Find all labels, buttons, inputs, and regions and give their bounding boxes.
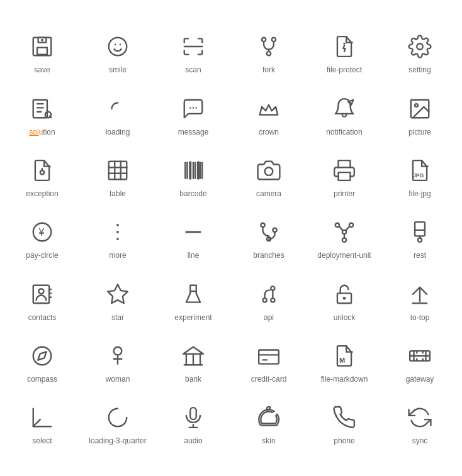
icon-barcode[interactable]: barcode [155, 145, 231, 207]
icon-star[interactable]: star [80, 269, 155, 331]
icon-audio[interactable]: audio [155, 392, 231, 454]
svg-point-6 [120, 44, 121, 46]
icon-skin[interactable]: skin [231, 392, 307, 454]
icon-barcode-label: barcode [179, 189, 206, 198]
icon-line-label: line [188, 251, 200, 260]
icon-deployment-unit[interactable]: deployment-unit [307, 207, 382, 268]
icon-loading[interactable]: loading [80, 84, 155, 145]
icon-phone-label: phone [334, 436, 354, 445]
icon-phone[interactable]: phone [307, 392, 382, 454]
icon-bank-label: bank [185, 375, 201, 384]
icon-exception[interactable]: exception [4, 145, 80, 207]
icon-gateway-label: gateway [406, 375, 434, 384]
icon-select-label: select [32, 436, 52, 445]
icon-smile-label: smile [109, 65, 127, 74]
svg-point-13 [417, 43, 423, 50]
icon-api[interactable]: api [231, 269, 307, 331]
icon-file-markdown[interactable]: M file-markdown [307, 331, 382, 392]
svg-text:M: M [339, 357, 345, 364]
icon-message[interactable]: message [155, 84, 231, 145]
svg-point-12 [343, 43, 345, 45]
icon-compass-label: compass [27, 375, 57, 384]
icon-star-label: star [111, 313, 124, 322]
icon-setting[interactable]: setting [382, 21, 458, 83]
icon-picture[interactable]: picture [382, 84, 458, 145]
icon-picture-label: picture [408, 128, 431, 136]
svg-point-18 [195, 107, 197, 109]
icon-gateway[interactable]: gateway [382, 331, 458, 392]
icon-credit-card[interactable]: credit-card [231, 331, 307, 392]
svg-text:JPG: JPG [413, 172, 424, 179]
icon-solution[interactable]: solution [4, 84, 80, 145]
icon-sync[interactable]: sync [382, 392, 458, 454]
icon-printer-label: printer [334, 189, 355, 198]
icon-scan[interactable]: scan [155, 21, 231, 83]
icon-crown-label: crown [259, 128, 279, 136]
icon-select[interactable]: select [4, 392, 80, 454]
icon-compass[interactable]: compass [4, 331, 80, 392]
svg-point-43 [116, 231, 119, 233]
icon-notification[interactable]: notification [307, 84, 382, 145]
icon-loading-3-quarter-label: loading-3-quarter [89, 436, 146, 445]
icon-to-top-label: to-top [410, 313, 430, 322]
icon-woman-label: woman [106, 375, 130, 384]
icon-line[interactable]: line [155, 207, 231, 268]
icon-more[interactable]: more [80, 207, 155, 268]
icon-smile[interactable]: smile [80, 21, 155, 83]
svg-marker-64 [108, 284, 128, 303]
icon-branches[interactable]: branches [231, 207, 307, 268]
icon-save-label: save [34, 65, 50, 74]
icon-sync-label: sync [412, 436, 428, 445]
icon-loading-label: loading [106, 128, 130, 136]
icon-file-markdown-label: file-markdown [321, 375, 368, 384]
svg-point-4 [109, 38, 127, 56]
svg-point-37 [265, 167, 273, 175]
icon-fork-label: fork [262, 65, 275, 74]
icon-camera[interactable]: camera [231, 145, 307, 207]
svg-point-71 [343, 297, 346, 300]
icon-contacts[interactable]: contacts [4, 269, 80, 331]
svg-point-60 [38, 289, 43, 294]
svg-point-74 [33, 347, 52, 365]
svg-point-22 [40, 170, 44, 174]
svg-rect-2 [37, 48, 47, 55]
svg-point-5 [115, 44, 116, 46]
icon-printer[interactable]: printer [307, 145, 382, 207]
svg-point-3 [42, 40, 43, 41]
svg-line-54 [346, 227, 349, 231]
icon-pay-circle[interactable]: ¥ pay-circle [4, 207, 80, 268]
icon-to-top[interactable]: to-top [382, 269, 458, 331]
icon-save[interactable]: save [4, 21, 80, 83]
svg-point-42 [116, 224, 119, 226]
icon-fork[interactable]: fork [231, 21, 307, 83]
svg-text:¥: ¥ [38, 228, 44, 238]
icon-file-jpg-label: file-jpg [408, 189, 431, 198]
icon-scan-label: scan [185, 65, 201, 74]
svg-rect-56 [415, 222, 425, 236]
icon-audio-label: audio [184, 436, 202, 445]
icon-file-protect[interactable]: file-protect [307, 21, 382, 83]
svg-line-53 [339, 227, 343, 231]
icon-rest[interactable]: rest [382, 207, 458, 268]
icon-camera-label: camera [256, 189, 281, 198]
icon-bank[interactable]: bank [155, 331, 231, 392]
icon-unlock[interactable]: unlock [307, 269, 382, 331]
icon-deployment-unit-label: deployment-unit [317, 251, 371, 260]
icon-message-label: message [178, 128, 209, 136]
icon-table[interactable]: table [80, 145, 155, 207]
icon-woman[interactable]: woman [80, 331, 155, 392]
icon-api-label: api [264, 313, 274, 322]
icon-notification-label: notification [326, 128, 362, 136]
icon-exception-label: exception [26, 189, 58, 198]
icon-loading-3-quarter[interactable]: loading-3-quarter [80, 392, 155, 454]
icon-skin-label: skin [262, 436, 275, 445]
icon-setting-label: setting [408, 65, 431, 74]
icon-file-jpg[interactable]: JPG file-jpg [382, 145, 458, 207]
svg-point-76 [114, 347, 122, 355]
icon-credit-card-label: credit-card [251, 375, 287, 384]
icon-branches-label: branches [253, 251, 284, 260]
icon-experiment[interactable]: experiment [155, 269, 231, 331]
icon-rest-label: rest [414, 251, 426, 260]
svg-rect-81 [259, 350, 279, 364]
icon-crown[interactable]: crown [231, 84, 307, 145]
